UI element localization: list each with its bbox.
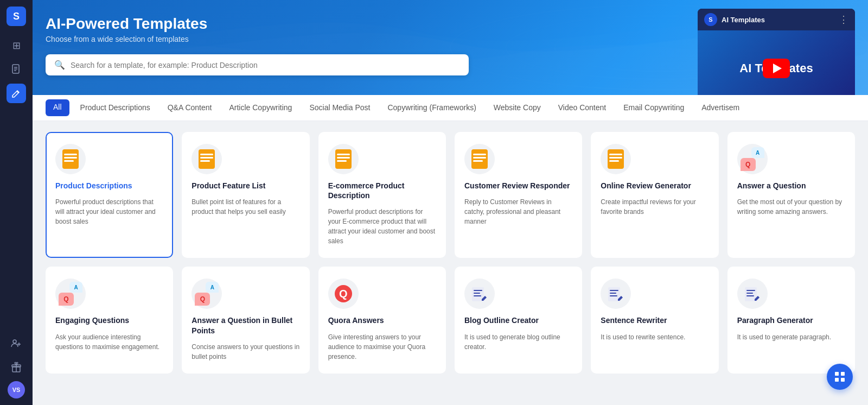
document-icon[interactable] bbox=[7, 60, 26, 79]
filter-tab-advertisement[interactable]: Advertisem bbox=[693, 96, 748, 121]
filter-tab-email[interactable]: Email Copywriting bbox=[615, 96, 693, 121]
user-avatar[interactable]: VS bbox=[8, 381, 25, 398]
sidebar: S ⊞ VS bbox=[0, 0, 33, 405]
filter-tab-social[interactable]: Social Media Post bbox=[301, 96, 379, 121]
template-card-answer-bullet[interactable]: Q A Answer a Question in Bullet Points C… bbox=[182, 267, 309, 373]
template-card-blog-outline[interactable]: Blog Outline Creator It is used to gener… bbox=[455, 267, 582, 373]
card-title: Product Feature List bbox=[192, 181, 299, 191]
video-topbar: S AI Templates ⋮ bbox=[698, 9, 855, 30]
card-title: E-commerce Product Description bbox=[328, 181, 436, 200]
sidebar-logo[interactable]: S bbox=[7, 7, 26, 26]
card-desc: Powerful product descriptions for your E… bbox=[328, 207, 436, 246]
search-input[interactable] bbox=[71, 61, 460, 69]
svg-rect-13 bbox=[474, 295, 481, 296]
filter-tab-video[interactable]: Video Content bbox=[550, 96, 615, 121]
template-card-answer-question[interactable]: Q A Answer a Question Get the most out o… bbox=[727, 132, 855, 258]
card-desc: Concise answers to your questions in bul… bbox=[192, 342, 299, 362]
template-grid-container: Product Descriptions Powerful product de… bbox=[33, 121, 868, 405]
template-card-customer-review[interactable]: Customer Review Responder Reply to Custo… bbox=[455, 132, 582, 258]
card-desc: Reply to Customer Reviews in catchy, pro… bbox=[464, 197, 572, 226]
template-card-product-descriptions[interactable]: Product Descriptions Powerful product de… bbox=[46, 132, 173, 258]
svg-rect-15 bbox=[610, 290, 618, 291]
template-card-quora[interactable]: Q Quora Answers Give interesting answers… bbox=[318, 267, 446, 373]
filter-tab-product-descriptions[interactable]: Product Descriptions bbox=[72, 96, 159, 121]
filter-tab-all[interactable]: All bbox=[46, 99, 69, 116]
card-title: Answer a Question bbox=[737, 181, 845, 191]
video-menu-icon[interactable]: ⋮ bbox=[839, 14, 848, 26]
edit-icon[interactable] bbox=[7, 84, 26, 103]
filter-tab-qa[interactable]: Q&A Content bbox=[159, 96, 221, 121]
play-icon bbox=[773, 64, 782, 73]
svg-rect-19 bbox=[746, 290, 755, 291]
svg-rect-24 bbox=[835, 378, 839, 382]
template-grid: Product Descriptions Powerful product de… bbox=[46, 132, 855, 374]
svg-rect-21 bbox=[746, 295, 754, 296]
card-title: Paragraph Generator bbox=[737, 315, 845, 325]
filter-tab-copywriting[interactable]: Copywriting (Frameworks) bbox=[379, 96, 484, 121]
card-desc: Bullet point list of features for a prod… bbox=[192, 197, 299, 217]
card-icon-wrap: Q bbox=[328, 279, 359, 309]
card-title: Blog Outline Creator bbox=[464, 315, 572, 325]
template-card-paragraph-generator[interactable]: Paragraph Generator It is used to genera… bbox=[727, 267, 855, 373]
video-thumbnail[interactable]: AI Templates bbox=[698, 30, 855, 95]
card-icon-wrap bbox=[55, 144, 86, 174]
card-icon-wrap bbox=[328, 144, 359, 174]
svg-rect-23 bbox=[841, 372, 845, 376]
card-title: Quora Answers bbox=[328, 315, 436, 325]
card-icon-wrap bbox=[192, 144, 222, 174]
svg-rect-16 bbox=[610, 293, 616, 294]
card-desc: Ask your audience interesting questions … bbox=[55, 332, 163, 352]
card-icon-wrap bbox=[737, 279, 768, 309]
header-banner: AI-Powered Templates Choose from a wide … bbox=[33, 0, 868, 95]
card-title: Online Review Generator bbox=[601, 181, 709, 191]
a-bubble: A bbox=[206, 282, 219, 293]
qa-icon: Q A bbox=[59, 282, 82, 306]
card-desc: It is used to generate blog outline crea… bbox=[464, 332, 572, 352]
card-icon-wrap bbox=[601, 144, 631, 174]
svg-point-4 bbox=[13, 340, 16, 343]
search-bar[interactable]: 🔍 bbox=[46, 54, 469, 75]
qa-icon: Q A bbox=[195, 282, 219, 306]
qa-icon: Q A bbox=[741, 147, 764, 171]
card-desc: Get the most out of your question by wri… bbox=[737, 197, 845, 217]
fab-button[interactable] bbox=[827, 364, 853, 390]
filter-tab-article[interactable]: Article Copywriting bbox=[220, 96, 301, 121]
card-title: Sentence Rewriter bbox=[601, 315, 709, 325]
card-title: Customer Review Responder bbox=[464, 181, 572, 191]
video-panel: S AI Templates ⋮ AI Templates ScalenutAI… bbox=[698, 9, 855, 95]
template-card-sentence-rewriter[interactable]: Sentence Rewriter It is used to rewrite … bbox=[591, 267, 718, 373]
card-desc: Give interesting answers to your audienc… bbox=[328, 332, 436, 362]
gift-icon[interactable] bbox=[7, 357, 26, 377]
template-card-product-feature[interactable]: Product Feature List Bullet point list o… bbox=[182, 132, 309, 258]
card-icon-wrap bbox=[464, 144, 495, 174]
add-users-icon[interactable] bbox=[7, 333, 26, 353]
play-button[interactable] bbox=[763, 59, 790, 78]
svg-rect-20 bbox=[746, 293, 753, 294]
svg-rect-11 bbox=[474, 290, 482, 291]
filter-tab-website[interactable]: Website Copy bbox=[485, 96, 550, 121]
card-desc: Powerful product descriptions that will … bbox=[55, 197, 163, 226]
card-icon-wrap bbox=[601, 279, 631, 309]
card-title: Product Descriptions bbox=[55, 181, 163, 191]
q-bubble: Q bbox=[59, 293, 74, 306]
main-content: AI-Powered Templates Choose from a wide … bbox=[33, 0, 868, 405]
video-title: AI Templates bbox=[722, 16, 765, 24]
search-icon: 🔍 bbox=[54, 60, 65, 70]
template-card-online-review[interactable]: Online Review Generator Create impactful… bbox=[591, 132, 718, 258]
card-desc: It is used to generate paragraph. bbox=[737, 332, 845, 342]
a-bubble: A bbox=[751, 147, 764, 158]
svg-rect-22 bbox=[835, 372, 839, 376]
card-icon-wrap: Q A bbox=[737, 144, 768, 174]
svg-rect-12 bbox=[474, 293, 480, 294]
grid-icon[interactable]: ⊞ bbox=[7, 36, 26, 55]
card-icon-wrap bbox=[464, 279, 495, 309]
card-title: Answer a Question in Bullet Points bbox=[192, 315, 299, 335]
quora-icon: Q bbox=[335, 285, 352, 302]
card-desc: Create impactful reviews for your favori… bbox=[601, 197, 709, 217]
video-logo: S bbox=[704, 13, 717, 26]
card-title: Engaging Questions bbox=[55, 315, 163, 325]
card-desc: It is used to rewrite sentence. bbox=[601, 332, 709, 342]
template-card-ecommerce[interactable]: E-commerce Product Description Powerful … bbox=[318, 132, 446, 258]
card-icon-wrap: Q A bbox=[55, 279, 86, 309]
template-card-engaging-questions[interactable]: Q A Engaging Questions Ask your audience… bbox=[46, 267, 173, 373]
